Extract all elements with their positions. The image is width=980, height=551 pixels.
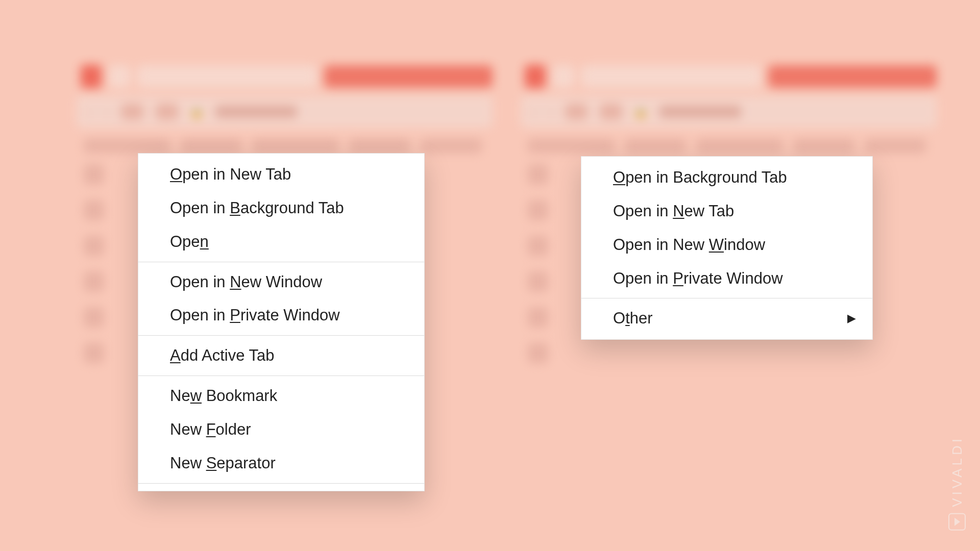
vivaldi-watermark: VIVALDI xyxy=(948,436,966,531)
compact-menu-item-open-in-new-window[interactable]: Open in New Window xyxy=(581,228,872,262)
default-menu-item-open-in-new-window[interactable]: Open in New Window xyxy=(138,265,424,299)
compact-menu-item-open-in-background-tab[interactable]: Open in Background Tab xyxy=(581,161,872,194)
menu-item-label: New Folder xyxy=(170,419,251,440)
menu-separator xyxy=(138,335,424,336)
menu-separator xyxy=(138,262,424,262)
menu-item-label: Open in New Window xyxy=(170,271,322,293)
default-menu-item-open-in-private-window[interactable]: Open in Private Window xyxy=(138,298,424,332)
menu-item-label: Other xyxy=(613,308,653,329)
menu-separator xyxy=(138,483,424,484)
default-menu-item-open-in-background-tab[interactable]: Open in Background Tab xyxy=(138,191,424,225)
menu-item-label: Open in New Window xyxy=(613,234,765,256)
vivaldi-logo-icon xyxy=(948,513,966,531)
compact-menu-item-other[interactable]: Other▶ xyxy=(581,302,872,335)
default-menu-item-open-in-new-tab[interactable]: Open in New Tab xyxy=(138,158,424,191)
menu-item-label: Open in Background Tab xyxy=(613,167,787,188)
default-menu-item-new-folder[interactable]: New Folder xyxy=(138,413,424,446)
watermark-text: VIVALDI xyxy=(949,436,965,507)
menu-item-label: New Separator xyxy=(170,453,276,474)
menu-item-label: Open in New Tab xyxy=(613,201,734,222)
default-menu-item-new-separator[interactable]: New Separator xyxy=(138,446,424,480)
menu-item-label: Open xyxy=(170,231,209,253)
menu-item-label: Open in Private Window xyxy=(170,305,340,326)
menu-separator xyxy=(138,375,424,376)
menu-item-label: Add Active Tab xyxy=(170,345,275,366)
menu-item-label: Open in Background Tab xyxy=(170,197,344,219)
menu-item-label: Open in Private Window xyxy=(613,268,783,289)
compact-menu-item-open-in-new-tab[interactable]: Open in New Tab xyxy=(581,194,872,228)
default-menu-item-add-active-tab[interactable]: Add Active Tab xyxy=(138,339,424,372)
context-menu-default: Open in New TabOpen in Background TabOpe… xyxy=(138,153,425,491)
menu-item-label: Open in New Tab xyxy=(170,164,291,185)
submenu-arrow-icon: ▶ xyxy=(847,311,856,326)
default-menu-item-open[interactable]: Open xyxy=(138,225,424,259)
default-menu-item-new-bookmark[interactable]: New Bookmark xyxy=(138,379,424,413)
menu-item-label: New Bookmark xyxy=(170,385,277,407)
compact-menu-item-open-in-private-window[interactable]: Open in Private Window xyxy=(581,262,872,295)
menu-separator xyxy=(581,298,872,298)
context-menu-compact: Open in Background TabOpen in New TabOpe… xyxy=(581,156,873,340)
